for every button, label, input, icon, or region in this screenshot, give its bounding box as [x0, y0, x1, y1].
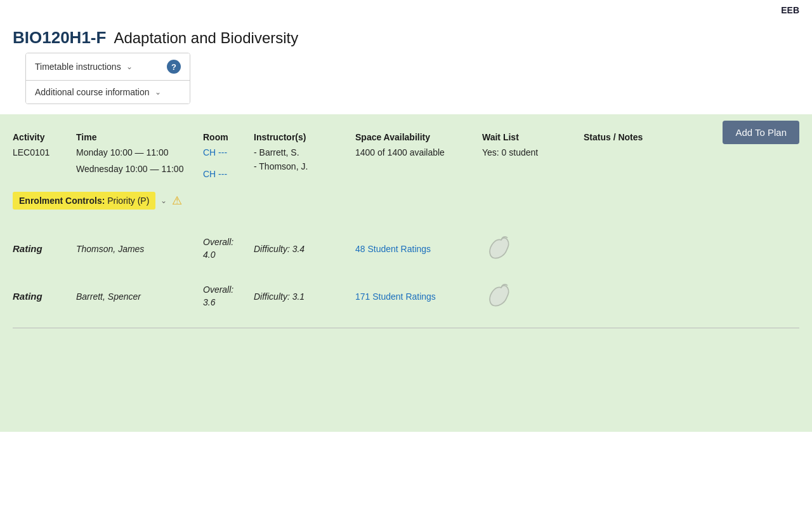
- timetable-instructions-button[interactable]: Timetable instructions ⌄ ?: [26, 53, 190, 81]
- rating2-label: Rating: [13, 291, 76, 302]
- table-header: Activity Time Room Instructor(s) Space A…: [13, 127, 723, 145]
- row-instructors: - Barrett, S. - Thomson, J.: [254, 147, 355, 171]
- top-bar: EEB: [0, 0, 812, 20]
- rating1-difficulty: Difficulty: 3.4: [254, 244, 355, 254]
- enrolment-label: Enrolment Controls:: [19, 196, 105, 206]
- row-time: Monday 10:00 — 11:00 Wednesday 10:00 — 1…: [76, 147, 203, 174]
- timetable-chevron-icon: ⌄: [126, 62, 133, 71]
- rating1-overall-value: 4.0: [203, 250, 215, 260]
- timetable-instructions-label: Timetable instructions: [35, 62, 121, 72]
- row-instructor1: - Barrett, S.: [254, 147, 355, 157]
- enrolment-controls: Enrolment Controls: Priority (P) ⌄ ⚠: [13, 192, 182, 210]
- rating1-overall-label: Overall:: [203, 237, 233, 247]
- help-icon[interactable]: ?: [167, 60, 181, 74]
- row-space: 1400 of 1400 available: [355, 147, 482, 157]
- enrolment-value: Priority (P): [107, 196, 149, 206]
- rating2-overall-value: 3.6: [203, 297, 215, 307]
- table-row: LEC0101 Monday 10:00 — 11:00 Wednesday 1…: [13, 145, 799, 182]
- rating1-link[interactable]: 48 Student Ratings: [355, 244, 482, 254]
- additional-course-info-button[interactable]: Additional course information ⌄: [26, 81, 190, 104]
- top-bar-label: EEB: [781, 5, 799, 15]
- col-waitlist: Wait List: [482, 132, 584, 142]
- rating2-overall: Overall: 3.6: [203, 284, 254, 309]
- col-activity: Activity: [13, 132, 76, 142]
- rating2-link[interactable]: 171 Student Ratings: [355, 291, 482, 302]
- row-waitlist: Yes: 0 student: [482, 147, 584, 157]
- add-to-plan-button[interactable]: Add To Plan: [723, 121, 799, 144]
- controls-panel: Timetable instructions ⌄ ? Additional co…: [25, 53, 190, 104]
- row-time2: Wednesday 10:00 — 11:00: [76, 164, 203, 174]
- page-header: BIO120H1-F Adaptation and Biodiversity: [0, 20, 812, 53]
- col-time: Time: [76, 132, 203, 142]
- rating1-instructor: Thomson, James: [76, 244, 203, 254]
- enrolment-chevron-icon: ⌄: [160, 196, 167, 205]
- row-time1: Monday 10:00 — 11:00: [76, 147, 203, 157]
- rating2-difficulty: Difficulty: 3.1: [254, 291, 355, 302]
- rating1-label: Rating: [13, 243, 76, 254]
- row-room2-link[interactable]: CH ---: [203, 169, 254, 179]
- col-space: Space Availability: [355, 132, 482, 142]
- course-title: Adaptation and Biodiversity: [114, 29, 298, 47]
- col-room: Room: [203, 132, 254, 142]
- rating-row-2: Rating Barrett, Spencer Overall: 3.6 Dif…: [13, 277, 799, 315]
- warning-icon: ⚠: [172, 194, 182, 208]
- section-divider: [13, 328, 799, 328]
- row-room: CH --- CH ---: [203, 147, 254, 179]
- rating1-overall: Overall: 4.0: [203, 236, 254, 261]
- row-activity: LEC0101: [13, 147, 76, 157]
- main-content: Add To Plan Activity Time Room Instructo…: [0, 114, 812, 432]
- rating2-overall-label: Overall:: [203, 284, 233, 295]
- rating2-instructor: Barrett, Spencer: [76, 291, 203, 302]
- course-code: BIO120H1-F: [13, 28, 106, 48]
- enrolment-badge: Enrolment Controls: Priority (P): [13, 192, 155, 210]
- rating-row-1: Rating Thomson, James Overall: 4.0 Diffi…: [13, 230, 799, 267]
- rating1-chili-icon: [482, 235, 584, 262]
- col-status: Status / Notes: [584, 132, 710, 142]
- row-room1-link[interactable]: CH ---: [203, 147, 254, 157]
- col-instructors: Instructor(s): [254, 132, 355, 142]
- additional-course-info-label: Additional course information: [35, 87, 150, 97]
- rating2-chili-icon: [482, 283, 584, 310]
- additional-chevron-icon: ⌄: [155, 88, 161, 97]
- row-instructor2: - Thomson, J.: [254, 161, 355, 171]
